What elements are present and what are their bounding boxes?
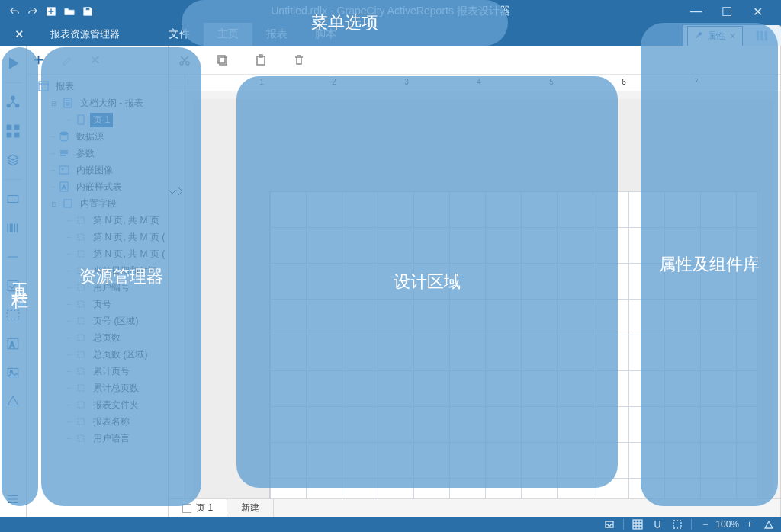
- explorer-toolbar: [27, 46, 168, 75]
- tab-report[interactable]: 报表: [252, 23, 301, 46]
- tree-outline[interactable]: ⊟文档大纲 - 报表: [27, 95, 168, 111]
- more-icon[interactable]: [0, 486, 26, 512]
- statusbar: − 100% +: [0, 517, 781, 532]
- design-canvas-scroll[interactable]: 1 2 3 4 5 6 7: [169, 75, 780, 498]
- tree-field[interactable]: ····报表文件夹: [27, 396, 168, 413]
- add-icon[interactable]: [33, 54, 44, 66]
- undo-icon[interactable]: [9, 6, 20, 17]
- svg-point-24: [62, 168, 63, 170]
- tree-styles[interactable]: ····A内嵌样式表: [27, 178, 168, 195]
- delete-icon[interactable]: [89, 54, 101, 66]
- svg-rect-41: [78, 435, 84, 441]
- shape-icon[interactable]: [0, 389, 26, 415]
- tree-page1[interactable]: ····页 1: [27, 111, 168, 128]
- titlebar: Untitled.rdlx - GrapeCity ActiveReports …: [0, 0, 781, 23]
- copy-icon[interactable]: [211, 49, 234, 72]
- svg-rect-33: [78, 301, 84, 307]
- center-toolbar: [169, 46, 780, 75]
- library-icon[interactable]: [747, 29, 776, 43]
- maximize-button[interactable]: ☐: [718, 5, 735, 19]
- svg-rect-37: [78, 368, 84, 374]
- close-icon[interactable]: ✕: [729, 31, 736, 41]
- richtext-icon[interactable]: A: [0, 331, 26, 357]
- tab-script[interactable]: 脚本: [301, 23, 350, 46]
- rectangle-icon[interactable]: [0, 186, 26, 212]
- tree-datasource[interactable]: ····数据源: [27, 128, 168, 145]
- trash-icon[interactable]: [288, 49, 310, 72]
- tree-field[interactable]: ····页号 (区域): [27, 312, 168, 329]
- zoom-in-button[interactable]: +: [744, 519, 755, 530]
- page-tabs: 页 1 新建: [169, 498, 780, 517]
- main-area: A 报表 ⊟文档大纲 - 报表 ····页 1 ····数据源 ····参数 ·…: [0, 46, 781, 517]
- window-controls: — ☐ ✕: [688, 5, 776, 19]
- image-icon[interactable]: [0, 360, 26, 386]
- svg-rect-11: [14, 133, 19, 137]
- grid-toggle-icon[interactable]: [632, 518, 644, 530]
- layers-icon[interactable]: [0, 147, 26, 173]
- paste-icon[interactable]: [249, 49, 272, 72]
- redo-icon[interactable]: [27, 6, 38, 17]
- zoom-value: 100%: [715, 519, 739, 530]
- tree-field[interactable]: ····用户编号: [27, 279, 168, 296]
- svg-rect-12: [8, 196, 18, 203]
- tree-field[interactable]: ····第 N 页, 共 M 页 (: [27, 245, 168, 262]
- crop-markers: [169, 187, 184, 195]
- tree-field[interactable]: ····页号: [27, 296, 168, 312]
- explorer-tree[interactable]: 报表 ⊟文档大纲 - 报表 ····页 1 ····数据源 ····参数 ···…: [27, 75, 168, 517]
- quick-access-toolbar: [5, 6, 93, 17]
- tree-field[interactable]: ····报表名称: [27, 413, 168, 430]
- tree-field[interactable]: ····第 N 页, 共 M 页: [27, 212, 168, 229]
- selection-icon[interactable]: [671, 518, 683, 530]
- run-button[interactable]: [0, 50, 26, 76]
- tab-file[interactable]: 文件: [155, 23, 204, 46]
- tab-home[interactable]: 主页: [204, 23, 252, 46]
- properties-tab[interactable]: 属性 ✕: [687, 26, 743, 46]
- design-page[interactable]: [193, 99, 773, 498]
- svg-rect-4: [765, 30, 768, 40]
- grid-icon[interactable]: [0, 118, 26, 144]
- new-page-tab[interactable]: 新建: [227, 499, 274, 517]
- tree-field[interactable]: ····总页数: [27, 329, 168, 346]
- tree-images[interactable]: ····内嵌图像: [27, 162, 168, 178]
- tree-builtins[interactable]: ⊟内置字段: [27, 195, 168, 212]
- tree-root[interactable]: 报表: [27, 78, 168, 95]
- menubar: ✕ 报表资源管理器 文件 主页 报表 脚本 属性 ✕: [0, 23, 781, 46]
- hierarchy-icon[interactable]: [0, 89, 26, 115]
- page-tab-1[interactable]: 页 1: [169, 499, 227, 517]
- svg-rect-14: [7, 310, 19, 319]
- line-icon[interactable]: [0, 244, 26, 270]
- tree-field[interactable]: ····第 N 页, 共 M 页 (: [27, 229, 168, 245]
- page-body[interactable]: [269, 191, 757, 498]
- tree-params[interactable]: ····参数: [27, 145, 168, 162]
- minimize-button[interactable]: —: [688, 5, 705, 18]
- svg-text:A: A: [10, 341, 15, 349]
- open-icon[interactable]: [64, 6, 75, 17]
- container-icon[interactable]: [0, 302, 26, 328]
- barcode-icon[interactable]: [0, 215, 26, 241]
- cut-icon[interactable]: [173, 49, 196, 72]
- checkbox-icon[interactable]: [0, 273, 26, 299]
- explorer-panel-title: 报表资源管理器: [38, 23, 132, 46]
- tree-field[interactable]: ····当前日期和时间: [27, 262, 168, 279]
- svg-rect-50: [633, 520, 642, 529]
- svg-rect-35: [78, 335, 84, 341]
- close-panel-button[interactable]: ✕: [0, 23, 38, 46]
- save-icon[interactable]: [82, 6, 93, 17]
- triangle-icon[interactable]: [763, 518, 775, 530]
- zoom-out-button[interactable]: −: [699, 519, 711, 530]
- tree-field[interactable]: ····总页数 (区域): [27, 346, 168, 363]
- magnet-icon[interactable]: [651, 518, 664, 530]
- tree-field[interactable]: ····用户语言: [27, 430, 168, 447]
- ruler-corner: [169, 75, 185, 91]
- svg-rect-21: [78, 115, 84, 124]
- tree-field[interactable]: ····累计总页数: [27, 380, 168, 396]
- inbox-icon[interactable]: [603, 518, 615, 530]
- svg-text:A: A: [62, 184, 66, 191]
- svg-rect-2: [757, 30, 760, 40]
- svg-rect-3: [760, 30, 763, 40]
- close-button[interactable]: ✕: [749, 5, 766, 19]
- tree-field[interactable]: ····累计页号: [27, 363, 168, 380]
- edit-icon[interactable]: [61, 54, 72, 66]
- svg-rect-38: [78, 385, 84, 391]
- new-icon[interactable]: [46, 6, 56, 17]
